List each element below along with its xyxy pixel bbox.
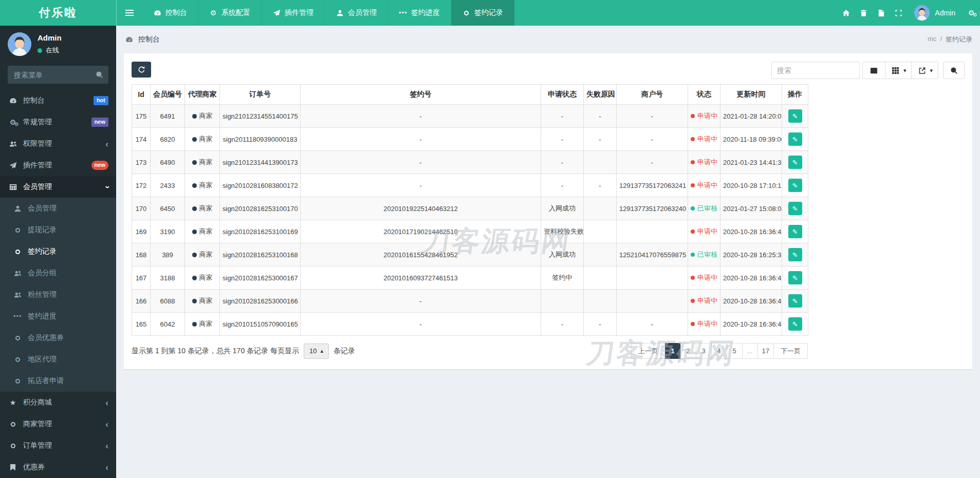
topnav-tab-会员管理[interactable]: 会员管理 (325, 0, 388, 26)
page-button-4[interactable]: 4 (711, 343, 727, 359)
sidebar-subitem-签约进度[interactable]: ⋯签约进度 (0, 305, 116, 327)
sidebar-item-权限管理[interactable]: 权限管理‹ (0, 133, 116, 155)
settings-button[interactable]: ⚙⚙ (963, 0, 980, 26)
page-button-17[interactable]: 17 (757, 343, 774, 359)
sidebar-subitem-提现记录[interactable]: 提现记录 (0, 219, 116, 241)
edit-button[interactable]: ✎ (788, 202, 802, 215)
sidebar-item-优惠券[interactable]: 优惠券‹ (0, 456, 116, 478)
sidebar-item-常规管理[interactable]: ⚙⚙常规管理new (0, 111, 116, 133)
status-badge: 申请中 (691, 273, 717, 282)
caret-up-icon: ▴ (320, 348, 323, 354)
cell-status: 申请中 (688, 128, 720, 151)
next-page-button[interactable]: 下一页 (773, 343, 808, 359)
column-header[interactable]: 商户号 (617, 85, 688, 105)
sidebar-item-会员管理[interactable]: 会员管理‹ (0, 176, 116, 198)
sidebar-subitem-会员优惠券[interactable]: 会员优惠券 (0, 327, 116, 349)
column-header[interactable]: 更新时间 (720, 85, 782, 105)
sidebar-item-订单管理[interactable]: 订单管理‹ (0, 435, 116, 456)
sidebar-menu: 控制台hot ⚙⚙常规管理new 权限管理‹ 插件管理new 会员管理‹ 会员管… (0, 90, 116, 478)
badge-new: new (91, 118, 108, 126)
status-dot-icon (691, 322, 695, 326)
trash-button[interactable] (855, 0, 872, 26)
prev-page-button[interactable]: 上一页 (631, 343, 665, 359)
topnav-tab-签约进度[interactable]: ⋯签约进度 (388, 0, 451, 26)
edit-button[interactable]: ✎ (788, 248, 802, 261)
edit-button[interactable]: ✎ (788, 156, 802, 169)
sidebar-item-积分商城[interactable]: ★积分商城‹ (0, 392, 116, 413)
ellipsis-icon: ⋯ (12, 312, 23, 320)
circle-icon (8, 422, 18, 427)
sidebar-item-label: 控制台 (23, 96, 88, 105)
edit-button[interactable]: ✎ (788, 271, 802, 284)
page-size-select[interactable]: 10 ▴ (304, 343, 329, 359)
edit-button[interactable]: ✎ (788, 225, 802, 238)
send-icon (272, 9, 281, 17)
status-badge: 申请中 (691, 135, 717, 144)
sidebar-search-input[interactable] (8, 66, 90, 84)
topnav-tab-系统配置[interactable]: ⚙系统配置 (198, 0, 262, 26)
column-header[interactable]: 会员编号 (151, 85, 185, 105)
status-dot-icon (691, 160, 695, 164)
column-header[interactable]: Id (132, 85, 151, 105)
edit-button[interactable]: ✎ (788, 179, 802, 192)
sidebar-search-button[interactable] (90, 66, 108, 84)
search-button[interactable] (943, 62, 965, 79)
sidebar-subitem-签约记录[interactable]: 签约记录 (0, 241, 116, 262)
topnav-tab-插件管理[interactable]: 插件管理 (262, 0, 325, 26)
cell-merchant: - (617, 128, 688, 151)
cell-order: sign20102816253100170 (220, 197, 301, 220)
user-menu[interactable]: Admin (907, 5, 963, 21)
home-button[interactable] (837, 0, 855, 26)
page-button-5[interactable]: 5 (727, 343, 743, 359)
column-header[interactable]: 订单号 (220, 85, 301, 105)
file-button[interactable] (872, 0, 890, 26)
edit-button[interactable]: ✎ (788, 294, 802, 308)
topnav-tab-签约记录[interactable]: 签约记录 (451, 0, 514, 26)
column-header[interactable]: 代理商家 (185, 85, 220, 105)
list-view-button[interactable] (862, 62, 885, 79)
topnav-tab-控制台[interactable]: 控制台 (142, 0, 198, 26)
sidebar-item-label: 商家管理 (23, 419, 100, 429)
edit-button[interactable]: ✎ (788, 132, 802, 146)
sidebar-subitem-会员分组[interactable]: 会员分组 (0, 262, 116, 284)
dashboard-icon (153, 9, 161, 17)
cell-update-time: 2021-01-27 15:08:04 (720, 197, 782, 220)
sidebar-toggle-button[interactable] (117, 0, 142, 26)
sidebar-subitem-会员管理[interactable]: 会员管理 (0, 198, 116, 219)
column-header[interactable]: 失败原因 (584, 85, 617, 105)
sidebar-subitem-地区代理[interactable]: 地区代理 (0, 349, 116, 370)
breadcrumb-trail: mc / 签约记录 (928, 35, 972, 44)
export-view-button[interactable]: ▾ (911, 62, 938, 79)
refresh-button[interactable] (132, 62, 151, 78)
cell-sign: - (301, 151, 541, 174)
breadcrumb-separator: / (940, 35, 942, 44)
edit-button[interactable]: ✎ (788, 109, 802, 123)
page-button-1[interactable]: 1 (665, 343, 681, 359)
table-row: 173 6490 商家 sign21012314413900173 - - - … (132, 151, 808, 174)
breadcrumb-parent[interactable]: mc (928, 35, 936, 44)
sidebar-item-商家管理[interactable]: 商家管理‹ (0, 413, 116, 435)
page-button-3[interactable]: 3 (696, 343, 712, 359)
page-button-2[interactable]: 2 (680, 343, 696, 359)
column-header[interactable]: 签约号 (301, 85, 541, 105)
column-header[interactable]: 操作 (782, 85, 808, 105)
cell-actions: ✎ (782, 151, 808, 174)
cell-member: 6490 (151, 151, 185, 174)
grid-view-button[interactable]: ▾ (885, 62, 912, 79)
sidebar-subitem-粉丝管理[interactable]: 粉丝管理 (0, 284, 116, 305)
cell-sign: 20201016155428461952 (301, 243, 541, 266)
cell-order: sign20102816253100168 (220, 243, 301, 266)
sidebar-subitem-拓店者申请[interactable]: 拓店者申请 (0, 370, 116, 392)
sidebar-item-插件管理[interactable]: 插件管理new (0, 155, 116, 176)
edit-button[interactable]: ✎ (788, 317, 802, 331)
column-header[interactable]: 申请状态 (541, 85, 584, 105)
column-header[interactable]: 状态 (688, 85, 720, 105)
expand-button[interactable] (890, 0, 907, 26)
sidebar-item-label: 权限管理 (23, 139, 100, 148)
cell-agent: 商家 (185, 197, 220, 220)
breadcrumb-root[interactable]: 控制台 (138, 35, 160, 44)
table-search-input[interactable] (771, 62, 860, 79)
sidebar-item-控制台[interactable]: 控制台hot (0, 90, 116, 111)
sidebar-submenu: 会员管理 提现记录 签约记录 会员分组 粉丝管理 ⋯签约进度 会员优惠券 地区代… (0, 198, 116, 392)
cell-fail-reason (584, 151, 617, 174)
